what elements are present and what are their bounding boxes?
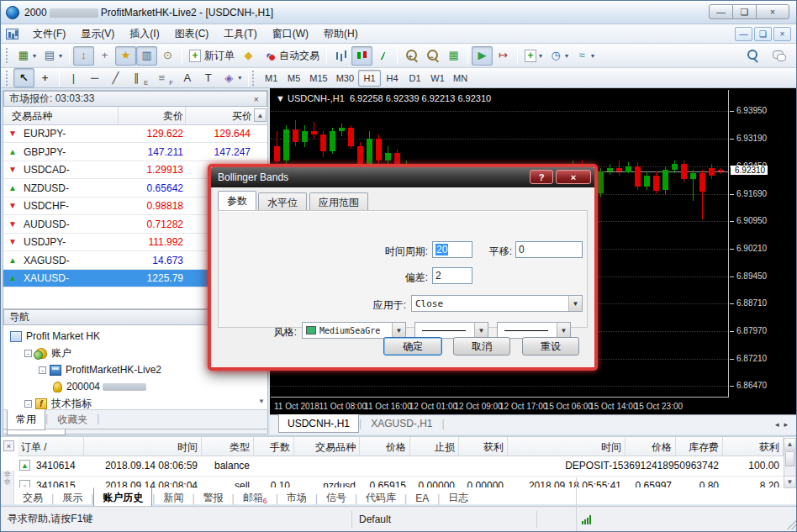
- terminal-tab-8[interactable]: 代码库: [357, 488, 404, 508]
- chart-shift-button[interactable]: ↦: [493, 46, 514, 66]
- mdi-minimize-button[interactable]: —: [735, 27, 752, 41]
- status-profile[interactable]: Default: [352, 511, 537, 528]
- market-watch-close-icon[interactable]: ×: [251, 94, 261, 104]
- terminal-tab-7[interactable]: 信号: [318, 488, 355, 508]
- scroll-up-icon[interactable]: ▲: [254, 108, 267, 122]
- chart-price-scale[interactable]: 6.939506.931906.924506.916906.909506.902…: [730, 90, 797, 398]
- menu-item-帮助H[interactable]: 帮助(H): [316, 25, 366, 42]
- terminal-col-3[interactable]: 手数: [256, 440, 290, 455]
- text-button[interactable]: A: [177, 68, 198, 87]
- terminal-tab-5[interactable]: 邮箱6: [235, 488, 276, 508]
- menu-item-插入I[interactable]: 插入(I): [122, 25, 166, 42]
- navigator-tab-1[interactable]: 收藏夹: [48, 410, 97, 430]
- channel-button[interactable]: ∥E: [126, 68, 151, 87]
- navigator-tab-0[interactable]: 常用: [7, 409, 45, 430]
- chart-time-scale[interactable]: 11 Oct 201811 Oct 08:0011 Oct 16:0012 Oc…: [271, 398, 797, 415]
- docked-panel-grip[interactable]: 非非: [1, 471, 14, 504]
- templates-button[interactable]: ≈▾: [572, 46, 598, 66]
- terminal-col-11[interactable]: 获利: [726, 440, 779, 455]
- timeframe-m5-button[interactable]: M5: [282, 70, 305, 87]
- terminal-col-8[interactable]: 时间: [510, 440, 621, 455]
- style-color-select[interactable]: MediumSeaGre ▼: [302, 322, 406, 339]
- market-watch-row-EURJPY[interactable]: ▼EURJPY-129.622129.644: [3, 125, 267, 143]
- restore-button[interactable]: ❏: [732, 4, 757, 19]
- terminal-row[interactable]: ▲34106142018.09.14 08:06:59balanceDEPOSI…: [18, 456, 784, 477]
- scroll-thumb[interactable]: [785, 451, 794, 466]
- terminal-close-icon[interactable]: ×: [3, 440, 14, 451]
- menu-item-显示V[interactable]: 显示(V): [73, 25, 122, 42]
- new-order-button[interactable]: +新订单: [186, 46, 238, 66]
- terminal-toggle-button[interactable]: ▥: [136, 46, 157, 66]
- chart-candles-button[interactable]: [351, 46, 372, 66]
- arrows-button[interactable]: ◈▾: [219, 68, 245, 87]
- terminal-col-5[interactable]: 价格: [362, 440, 406, 455]
- auto-trading-button[interactable]: ●自动交易: [259, 46, 323, 66]
- zoom-in-button[interactable]: +: [401, 46, 422, 66]
- dialog-button-2[interactable]: 重设: [522, 337, 579, 356]
- market-watch-col-0[interactable]: 交易品种: [12, 109, 113, 124]
- search-button[interactable]: [742, 45, 763, 65]
- dialog-button-0[interactable]: 确定: [383, 337, 442, 356]
- timeframe-d1-button[interactable]: D1: [404, 70, 426, 87]
- chart-tab-1[interactable]: XAGUSD-,H1: [362, 415, 441, 433]
- navigator-scroll-down-icon[interactable]: ▼: [258, 398, 265, 405]
- market-watch-col-1[interactable]: 卖价: [119, 109, 183, 124]
- dialog-tab-2[interactable]: 应用范围: [309, 192, 368, 210]
- style-line-type-select[interactable]: ▼: [414, 322, 488, 339]
- terminal-row[interactable]: ▫34106152018.09.14 08:08:04sell0.10nzdus…: [18, 477, 784, 487]
- fibonacci-button[interactable]: ≡F: [151, 68, 177, 87]
- tree-item-platform[interactable]: Profit Market HK: [10, 328, 100, 345]
- tree-item-account[interactable]: 200004: [53, 378, 149, 395]
- mdi-restore-button[interactable]: ❏: [754, 27, 772, 41]
- terminal-col-9[interactable]: 价格: [628, 440, 672, 455]
- timeframe-h1-button[interactable]: H1: [358, 70, 381, 87]
- close-button[interactable]: ×: [756, 4, 789, 19]
- deviation-input[interactable]: 2: [432, 267, 472, 284]
- dialog-close-button[interactable]: ×: [556, 170, 591, 184]
- tree-item-server[interactable]: -ProfitMarketHK-Live2: [39, 361, 161, 378]
- terminal-tab-4[interactable]: 警报: [195, 488, 232, 508]
- scroll-down-icon[interactable]: ▼: [784, 476, 795, 487]
- periods-button[interactable]: ◷▾: [546, 46, 572, 66]
- terminal-col-0[interactable]: 订单 /: [21, 440, 80, 455]
- timeframe-h4-button[interactable]: H4: [381, 70, 404, 87]
- terminal-tab-6[interactable]: 市场: [278, 488, 315, 508]
- timeframe-m1-button[interactable]: M1: [260, 70, 282, 87]
- menu-item-工具T[interactable]: 工具(T): [216, 25, 264, 42]
- toolbar-grip[interactable]: [6, 48, 10, 63]
- chart-window-icon[interactable]: [6, 29, 18, 40]
- vline-button[interactable]: |: [63, 68, 84, 87]
- terminal-tab-1[interactable]: 展示: [54, 488, 91, 508]
- toolbar-grip[interactable]: [252, 71, 256, 86]
- timeframe-mn-button[interactable]: MN: [449, 70, 472, 87]
- crosshair-button[interactable]: +: [34, 68, 55, 87]
- navigator-toggle-button[interactable]: ★: [115, 46, 136, 66]
- mdi-close-button[interactable]: ×: [773, 27, 791, 41]
- toolbar-grip[interactable]: [6, 71, 10, 86]
- shift-input[interactable]: 0: [515, 241, 583, 258]
- tile-windows-button[interactable]: ▦: [443, 46, 464, 66]
- trendline-button[interactable]: ╱: [105, 68, 126, 87]
- dialog-help-button[interactable]: ?: [530, 170, 553, 184]
- timeframe-m30-button[interactable]: M30: [332, 70, 358, 87]
- terminal-tab-10[interactable]: 日志: [440, 488, 477, 508]
- chart-bars-button[interactable]: [330, 46, 351, 66]
- terminal-col-10[interactable]: 库存费: [678, 440, 719, 455]
- dialog-tab-1[interactable]: 水平位: [258, 192, 307, 210]
- chart-tab-scroll-icons[interactable]: ◂▸: [775, 420, 793, 429]
- resize-grip[interactable]: [786, 519, 797, 529]
- tree-item-accounts[interactable]: -账户: [24, 345, 71, 361]
- cursor-button[interactable]: ↖: [13, 68, 34, 87]
- terminal-tab-0[interactable]: 交易: [14, 488, 51, 508]
- strategy-tester-button[interactable]: ⊙: [157, 46, 178, 66]
- menu-item-窗口W[interactable]: 窗口(W): [265, 25, 316, 42]
- terminal-col-2[interactable]: 类型: [204, 440, 250, 455]
- terminal-tab-3[interactable]: 新闻: [155, 488, 192, 508]
- chart-tab-0[interactable]: USDCNH-,H1: [278, 414, 359, 433]
- market-watch-row-GBPJPY[interactable]: ▲GBPJPY-147.211147.247: [3, 144, 267, 161]
- dialog-button-1[interactable]: 取消: [453, 337, 510, 356]
- terminal-col-1[interactable]: 时间: [87, 440, 198, 455]
- style-line-width-select[interactable]: ▼: [497, 322, 571, 339]
- text-label-button[interactable]: T: [198, 68, 219, 87]
- tree-toggle-icon[interactable]: -: [24, 400, 32, 408]
